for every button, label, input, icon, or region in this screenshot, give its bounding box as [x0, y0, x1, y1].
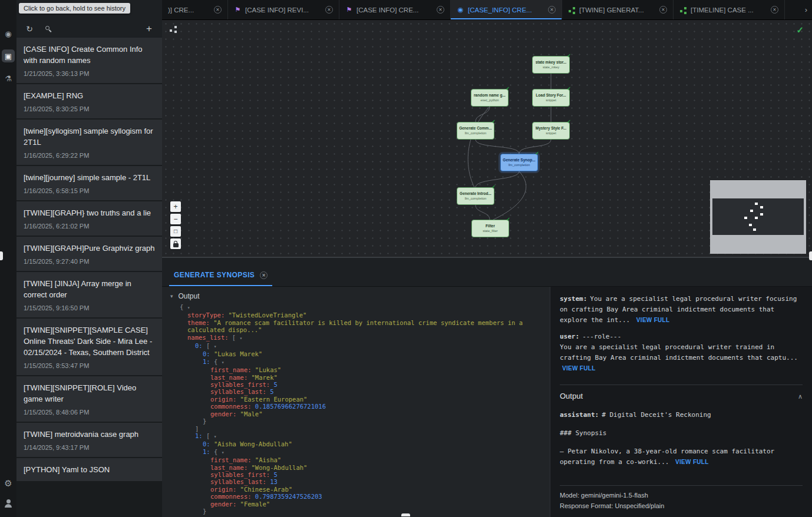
node-title: random name g... [474, 93, 506, 98]
rail-nav-button[interactable] [2, 49, 15, 62]
tab-type-icon [679, 6, 687, 14]
lock-button[interactable] [170, 238, 181, 249]
editor-tab[interactable]: )] CRE... ✕ [162, 0, 228, 19]
node-title: Generate Synop... [503, 158, 535, 163]
minimap[interactable] [710, 180, 806, 254]
node-subtitle: llm_completion [509, 163, 530, 167]
tab-label: [TIMELINE] CASE ... [691, 6, 767, 14]
model-meta: Model: gemini/gemini-1.5-flash Response … [560, 485, 803, 517]
json-token: "Lukas" [255, 366, 281, 373]
graph-node[interactable]: Load Story For... snippet [532, 89, 570, 107]
graph-canvas[interactable]: state mkey stor... state_mkey random nam… [162, 20, 812, 257]
graph-node[interactable]: Generate Synop... llm_completion [500, 154, 538, 171]
prompt-list-item[interactable]: [TWINE] metroidvania case graph 1/14/202… [16, 423, 162, 457]
zoom-in-button[interactable]: + [170, 201, 181, 212]
zoom-out-button[interactable]: − [170, 214, 181, 224]
json-token: 13 [270, 478, 278, 485]
left-resize-handle[interactable] [0, 251, 3, 260]
editor-tab[interactable]: [CASE INFO] REVI... ✕ [228, 0, 339, 19]
refresh-icon[interactable]: ↻ [25, 24, 34, 34]
prompt-list-item[interactable]: [twine][journey] simple sample - 2T1L 1/… [16, 166, 162, 200]
tree-collapse-icon[interactable]: ▾ [214, 434, 217, 439]
prompt-list-item[interactable]: [EXAMPLE] RNG 1/16/2025, 8:30:25 PM [16, 84, 162, 118]
editor-tab[interactable]: [CASE INFO] CRE... ✕ [339, 0, 451, 19]
rail-nav-button[interactable] [2, 72, 15, 85]
prompt-list-item[interactable]: [TWINE][GRAPH]Pure Graphviz graph 1/15/2… [16, 237, 162, 271]
editor-tab[interactable]: [TIMELINE] CASE ... ✕ [674, 0, 785, 19]
graph-node[interactable]: state mkey stor... state_mkey [532, 56, 570, 74]
node-title: state mkey stor... [536, 60, 567, 65]
prompt-list-item[interactable]: [TWINE][GRAPH} two truths and a lie 1/16… [16, 201, 162, 236]
rail-nav-icon [4, 499, 12, 508]
editor-tab[interactable]: [TWINE] GENERAT... ✕ [562, 0, 674, 19]
node-title: Load Story For... [536, 93, 566, 98]
graph-node[interactable]: Generate Introd... llm_completion [457, 187, 494, 205]
rail-nav-button[interactable] [2, 497, 15, 510]
graph-node[interactable]: Mystery Style F... snippet [532, 122, 570, 140]
node-title: Filter [486, 224, 495, 228]
inspector-tab[interactable]: GENERATE SYNOPSIS ✕ [169, 271, 272, 286]
rail-nav-button[interactable] [2, 27, 15, 40]
json-tree-line: syllables_first: 5 [162, 471, 550, 478]
right-resize-handle[interactable] [809, 251, 812, 260]
tree-collapse-icon[interactable]: ▾ [222, 450, 225, 455]
tree-collapse-icon[interactable]: ▾ [240, 336, 243, 341]
view-full-link[interactable]: VIEW FULL [675, 459, 709, 465]
rail-nav-icon [5, 74, 12, 83]
prompt-title: [PYTHON] Yaml to JSON [24, 464, 155, 475]
json-tree-line: 0: "Lukas Marek" [162, 350, 550, 357]
graph-node[interactable]: Filter state_filter [471, 220, 509, 237]
view-full-link[interactable]: VIEW FULL [562, 365, 596, 372]
prompt-title: [EXAMPLE] RNG [24, 90, 155, 101]
fit-view-button[interactable]: □ [170, 226, 181, 237]
response-format: Response Format: Unspecified/plain [560, 501, 803, 511]
prompt-list-item[interactable]: [TWINE][SNIPPET][SAMPLE CASE] Online Thr… [16, 319, 162, 375]
json-token: { [214, 448, 222, 455]
tree-collapse-icon[interactable]: ▾ [214, 344, 217, 349]
graph-node[interactable]: Generate Comm... llm_completion [457, 122, 494, 140]
prompt-title: [twine][syllogism] sample syllogism for … [24, 125, 155, 148]
json-tree-line: origin: "Chinese-Arab" [162, 486, 550, 493]
json-token: syllables_first: [210, 381, 273, 388]
tab-overflow-chevron-icon[interactable]: › [800, 0, 812, 19]
graph-layout-icon[interactable] [169, 25, 177, 33]
synopsis-text: — Petar Nikolov, a 38-year-old romance s… [560, 446, 803, 468]
tab-close-icon[interactable]: ✕ [548, 6, 556, 14]
node-title: Generate Introd... [460, 191, 491, 196]
view-full-link[interactable]: VIEW FULL [636, 317, 670, 323]
prompt-list-item[interactable]: [twine][syllogism] sample syllogism for … [16, 120, 162, 165]
json-token: 5 [273, 381, 277, 388]
app-root: Prompts ↻ + [CASE INFO] Create Common In… [0, 0, 812, 517]
rail-nav-button[interactable] [2, 477, 15, 490]
prompt-list-item[interactable]: [TWINE] [JINJA] Array merge in correct o… [16, 272, 162, 317]
message-role: system: [560, 295, 587, 303]
output-json-header[interactable]: ▾ Output [162, 287, 550, 303]
prompt-timestamp: 1/16/2025, 6:58:15 PM [24, 187, 155, 194]
bottom-resize-handle[interactable] [401, 513, 410, 516]
json-token: commonness: [210, 493, 255, 500]
tab-close-icon[interactable]: ✕ [437, 6, 444, 14]
tree-collapse-icon[interactable]: ▾ [222, 360, 225, 365]
add-prompt-button[interactable]: + [144, 24, 154, 34]
chevron-up-icon[interactable]: ∧ [798, 391, 803, 402]
inspector-tab-close-icon[interactable]: ✕ [260, 271, 268, 279]
prompt-list-item[interactable]: [TWINE][SNIPPET][ROLE] Video game writer… [16, 376, 162, 422]
prompt-title: [CASE INFO] Create Common Info with rand… [24, 44, 155, 66]
graph-node[interactable]: random name g... exec_python [471, 89, 509, 107]
lock-icon [173, 243, 179, 247]
prompt-list-item[interactable]: [CASE INFO] Create Common Info with rand… [16, 38, 162, 83]
json-token: 5 [270, 388, 273, 395]
tab-close-icon[interactable]: ✕ [771, 6, 778, 14]
tab-close-icon[interactable]: ✕ [659, 6, 667, 14]
search-icon[interactable] [44, 24, 53, 34]
editor-tab[interactable]: [CASE_INFO] CRE... ✕ [451, 0, 562, 19]
json-token: names_list: [187, 334, 232, 341]
tree-collapse-icon[interactable]: ▾ [187, 305, 190, 310]
model-name: Model: gemini/gemini-1.5-flash [560, 490, 803, 501]
tab-close-icon[interactable]: ✕ [325, 6, 333, 14]
rail-nav-icon [5, 52, 12, 61]
json-token: first_name: [210, 456, 255, 463]
prompt-list-item[interactable]: [PYTHON] Yaml to JSON [16, 458, 162, 481]
rail-nav-icon [5, 29, 11, 38]
tab-close-icon[interactable]: ✕ [214, 6, 222, 14]
